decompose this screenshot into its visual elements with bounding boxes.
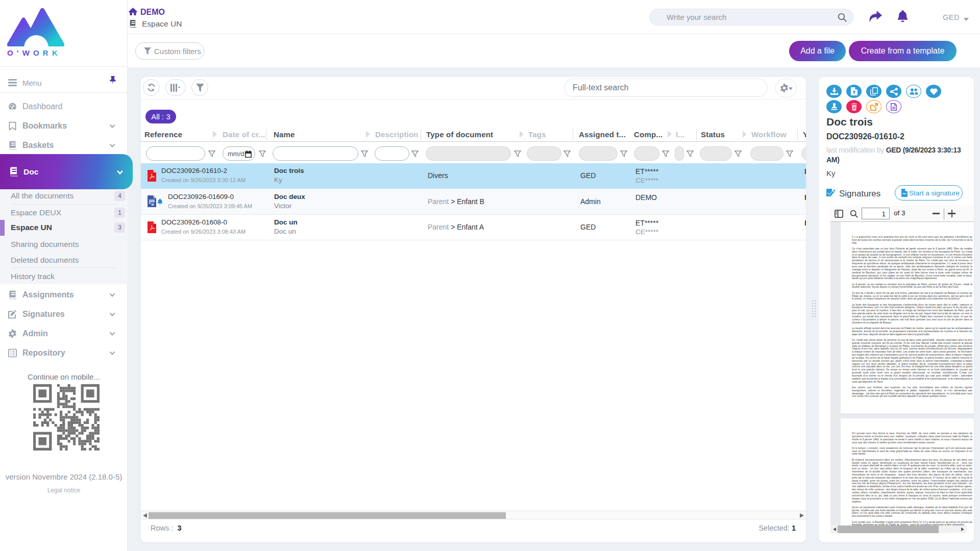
svg-text:O'WORK: O'WORK [7,48,61,57]
svg-text:w: w [151,203,155,206]
